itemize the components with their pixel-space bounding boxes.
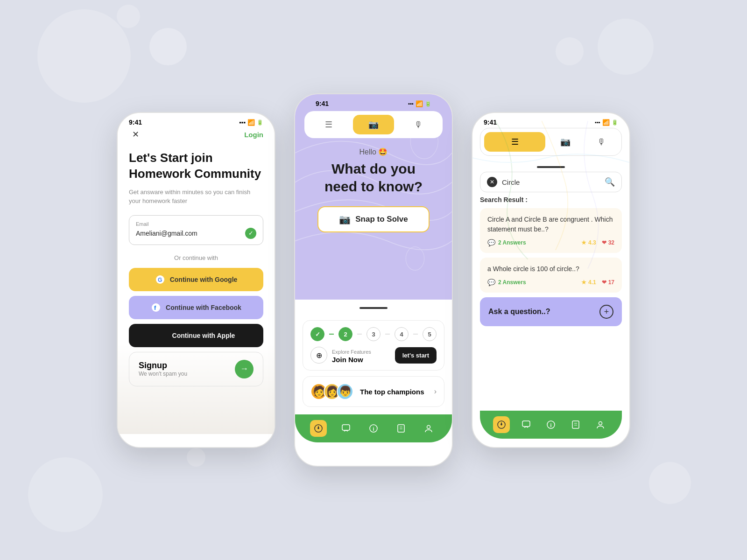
phone2-content: 9:41 ▪▪▪ 📶 🔋 [295, 94, 452, 442]
answers-count-1: 2 Answers [498, 239, 526, 246]
features-text: Explore Features Join Now [332, 347, 371, 364]
page-title: Let's Start join Homework Community [129, 150, 263, 182]
signal-icon-2: ▪▪▪ [408, 101, 414, 106]
apple-button[interactable]: Continue with Apple [129, 324, 263, 347]
result-2-rating: ★ 4.1 [581, 279, 596, 286]
nav3-chat-button[interactable] [518, 416, 535, 433]
svg-rect-8 [342, 425, 350, 430]
step-line-2 [357, 334, 362, 335]
login-link[interactable]: Login [244, 131, 263, 139]
lets-start-button[interactable]: let's start [395, 347, 437, 364]
svg-point-23 [599, 422, 602, 425]
steps-row: ✓ 2 3 4 [310, 327, 437, 341]
text-mode-button[interactable]: ☰ [308, 115, 349, 134]
likes-value-1: 32 [608, 239, 614, 246]
notch-bar-2 [359, 307, 388, 309]
champion-avatars: 🧑 👩 👦 [310, 383, 353, 400]
step-line-1 [329, 334, 334, 335]
svg-marker-16 [500, 422, 502, 426]
svg-text:G: G [158, 277, 162, 283]
step-1-circle: ✓ [310, 327, 324, 341]
steps-card: ✓ 2 3 4 [303, 320, 444, 371]
svg-text:f: f [154, 304, 156, 311]
bottom-nav-2: i [295, 414, 452, 442]
features-left: ⊕ Explore Features Join Now [310, 347, 371, 364]
heart-icon-2: ❤ [602, 279, 606, 286]
nav3-info-button[interactable]: i [543, 416, 559, 433]
champions-label: The top champions [360, 388, 428, 396]
ask-question-card[interactable]: Ask a question..? + [480, 297, 622, 326]
signup-subtitle: We won't spam you [139, 371, 187, 377]
signup-card[interactable]: Signup We won't spam you → [129, 352, 263, 386]
step-3-label: 3 [372, 331, 375, 338]
svg-point-5 [406, 247, 424, 270]
nav-chat-button[interactable] [338, 420, 354, 437]
ask-plus-button[interactable]: + [599, 305, 613, 319]
step-5-circle[interactable]: 5 [423, 327, 437, 341]
phone2-bottom-section: ✓ 2 3 4 [295, 300, 452, 414]
main-q-line2: need to know? [324, 179, 423, 194]
status-icons-1: ▪▪▪ 📶 🔋 [239, 119, 263, 126]
camera-mode-button[interactable]: 📷 [353, 115, 394, 134]
nav-info-button[interactable]: i [365, 420, 382, 437]
champions-card: 🧑 👩 👦 The top champions › [303, 376, 444, 407]
text-mode-btn-3[interactable]: ☰ [484, 132, 545, 152]
step-2-label: 2 [344, 331, 347, 338]
heart-icon-1: ❤ [602, 239, 606, 246]
svg-marker-7 [317, 426, 319, 429]
snap-to-solve-button[interactable]: 📷 Snap to Solve [317, 206, 430, 232]
nav3-book-button[interactable] [567, 416, 584, 433]
signup-arrow-button[interactable]: → [235, 360, 254, 378]
result-1-answers: 💬 2 Answers [487, 239, 526, 246]
result-card-2[interactable]: a Whole circle is 100 of circle..? 💬 2 A… [480, 258, 622, 293]
mic-mode-btn-3[interactable]: 🎙 [585, 132, 618, 152]
close-button[interactable]: ✕ [129, 128, 142, 141]
google-icon: G [155, 274, 165, 285]
nav-compass-button[interactable] [310, 420, 327, 437]
rating-value-2: 4.1 [588, 279, 596, 286]
or-text: Or continue with [129, 254, 263, 261]
phone-login: 9:41 ▪▪▪ 📶 🔋 ✕ Login Let's Start join Ho… [117, 112, 275, 448]
svg-point-14 [427, 426, 430, 429]
likes-value-2: 17 [608, 279, 614, 286]
rating-value-1: 4.3 [588, 239, 596, 246]
facebook-button[interactable]: f Continue with Facebook [129, 296, 263, 319]
step-3-circle[interactable]: 3 [366, 327, 381, 341]
phone3-content: ☰ 📷 🎙 ✕ Circle 🔍 Search Result : Circle … [472, 128, 629, 439]
result-2-question: a Whole circle is 100 of circle..? [487, 264, 614, 274]
camera-mode-btn-3[interactable]: 📷 [549, 132, 582, 152]
search-term: Circle [502, 178, 600, 186]
result-card-1[interactable]: Circle A and Circle B are congruent . Wh… [480, 208, 622, 253]
title-line1: Let's Start join [129, 151, 213, 165]
nav-book-button[interactable] [393, 420, 409, 437]
camera-icon: 📷 [368, 119, 379, 130]
nav3-compass-button[interactable] [493, 416, 510, 433]
bottom-nav-3: i [480, 411, 622, 439]
mic-icon: 🎙 [414, 120, 423, 130]
search-icon[interactable]: 🔍 [605, 177, 615, 187]
answers-icon-2: 💬 [487, 279, 495, 286]
star-icon-1: ★ [581, 239, 586, 246]
clear-search-button[interactable]: ✕ [487, 177, 497, 187]
result-1-question: Circle A and Circle B are congruent . Wh… [487, 215, 614, 234]
phone1-content: ✕ Login Let's Start join Homework Commun… [118, 128, 275, 434]
step-4-circle[interactable]: 4 [395, 327, 409, 341]
result-2-likes: ❤ 17 [602, 279, 614, 286]
wifi-icon-2: 📶 [416, 100, 423, 107]
chevron-right-icon[interactable]: › [434, 387, 437, 396]
status-bar-1: 9:41 ▪▪▪ 📶 🔋 [118, 113, 275, 128]
mic-mode-button[interactable]: 🎙 [398, 115, 439, 134]
google-button[interactable]: G Continue with Google [129, 268, 263, 291]
step-2-circle[interactable]: 2 [338, 327, 352, 341]
apple-icon [157, 330, 168, 341]
mic-icon-3: 🎙 [597, 137, 606, 147]
explore-label: Explore Features [332, 349, 371, 355]
explore-symbol: ⊕ [316, 351, 322, 360]
result-2-meta: 💬 2 Answers ★ 4.1 ❤ 17 [487, 279, 614, 286]
result-2-answers: 💬 2 Answers [487, 279, 526, 286]
search-bar[interactable]: ✕ Circle 🔍 [480, 172, 622, 192]
email-field[interactable]: Email Ameliani@gmail.com ✓ [129, 215, 263, 245]
svg-rect-11 [398, 425, 404, 432]
nav-person-button[interactable] [420, 420, 437, 437]
nav3-person-button[interactable] [592, 416, 609, 433]
